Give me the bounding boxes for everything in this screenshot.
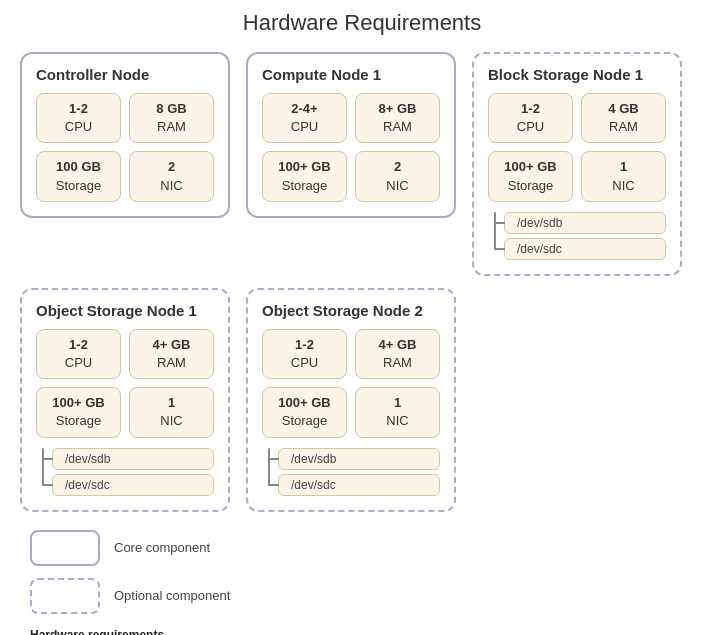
list-item: 100+ GBStorage	[262, 151, 347, 201]
list-item: 100+ GBStorage	[36, 387, 121, 437]
optional-legend-item: Optional component	[30, 578, 694, 614]
footer-text: Hardware requirements	[10, 628, 714, 636]
list-item: 4+ GBRAM	[355, 329, 440, 379]
object1-title: Object Storage Node 1	[36, 302, 214, 319]
object2-title: Object Storage Node 2	[262, 302, 440, 319]
list-item: 100+ GBStorage	[262, 387, 347, 437]
compute-specs: 2-4+CPU 8+ GBRAM 100+ GBStorage 2NIC	[262, 93, 440, 202]
compute-node: Compute Node 1 2-4+CPU 8+ GBRAM 100+ GBS…	[246, 52, 456, 218]
list-item: 4+ GBRAM	[129, 329, 214, 379]
block-specs: 1-2CPU 4 GBRAM 100+ GBStorage 1NIC	[488, 93, 666, 202]
optional-legend-box	[30, 578, 100, 614]
row-2: Object Storage Node 1 1-2CPU 4+ GBRAM 10…	[20, 288, 704, 512]
controller-title: Controller Node	[36, 66, 214, 83]
list-item: /dev/sdb	[504, 212, 666, 234]
page-title: Hardware Requirements	[10, 10, 714, 36]
block-storage-node: Block Storage Node 1 1-2CPU 4 GBRAM 100+…	[472, 52, 682, 276]
core-legend-box	[30, 530, 100, 566]
list-item: 1-2CPU	[36, 93, 121, 143]
list-item: /dev/sdc	[52, 474, 214, 496]
object1-specs: 1-2CPU 4+ GBRAM 100+ GBStorage 1NIC	[36, 329, 214, 438]
core-legend-label: Core component	[114, 540, 210, 555]
list-item: /dev/sdc	[278, 474, 440, 496]
list-item: 1-2CPU	[488, 93, 573, 143]
core-legend-item: Core component	[30, 530, 694, 566]
controller-node: Controller Node 1-2CPU 8 GBRAM 100 GBSto…	[20, 52, 230, 218]
list-item: 8 GBRAM	[129, 93, 214, 143]
optional-legend-label: Optional component	[114, 588, 230, 603]
object2-dev-list: /dev/sdb /dev/sdc	[262, 448, 440, 496]
list-item: 1NIC	[129, 387, 214, 437]
object2-specs: 1-2CPU 4+ GBRAM 100+ GBStorage 1NIC	[262, 329, 440, 438]
row-1: Controller Node 1-2CPU 8 GBRAM 100 GBSto…	[20, 52, 704, 276]
controller-specs: 1-2CPU 8 GBRAM 100 GBStorage 2NIC	[36, 93, 214, 202]
list-item: 1NIC	[355, 387, 440, 437]
list-item: 100 GBStorage	[36, 151, 121, 201]
block-dev-list: /dev/sdb /dev/sdc	[488, 212, 666, 260]
list-item: 1-2CPU	[36, 329, 121, 379]
legend-area: Core component Optional component	[10, 530, 714, 614]
list-item: /dev/sdb	[52, 448, 214, 470]
list-item: 1-2CPU	[262, 329, 347, 379]
diagram-area: Controller Node 1-2CPU 8 GBRAM 100 GBSto…	[10, 52, 714, 512]
list-item: /dev/sdb	[278, 448, 440, 470]
object-storage-node-1: Object Storage Node 1 1-2CPU 4+ GBRAM 10…	[20, 288, 230, 512]
list-item: 1NIC	[581, 151, 666, 201]
list-item: 2NIC	[355, 151, 440, 201]
list-item: 100+ GBStorage	[488, 151, 573, 201]
list-item: 2NIC	[129, 151, 214, 201]
block-storage-title: Block Storage Node 1	[488, 66, 666, 83]
compute-title: Compute Node 1	[262, 66, 440, 83]
object1-dev-list: /dev/sdb /dev/sdc	[36, 448, 214, 496]
list-item: 8+ GBRAM	[355, 93, 440, 143]
object-storage-node-2: Object Storage Node 2 1-2CPU 4+ GBRAM 10…	[246, 288, 456, 512]
list-item: 2-4+CPU	[262, 93, 347, 143]
list-item: 4 GBRAM	[581, 93, 666, 143]
list-item: /dev/sdc	[504, 238, 666, 260]
